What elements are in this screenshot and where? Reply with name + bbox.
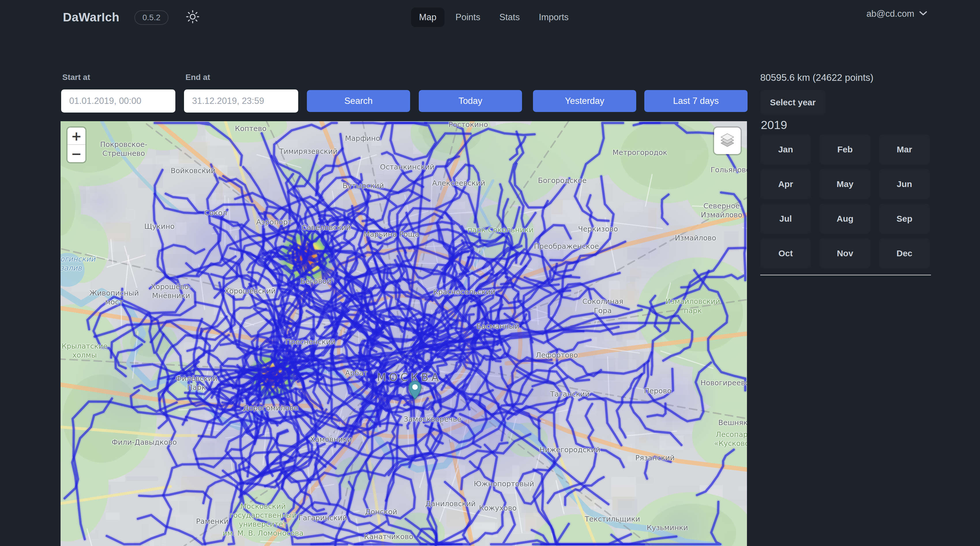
version-badge: 0.5.2 xyxy=(134,10,169,25)
map[interactable]: КоптевоТимирязевскийМарфиноОстанкинскийР… xyxy=(60,121,747,546)
today-button[interactable]: Today xyxy=(419,90,522,112)
end-at-label: End at xyxy=(185,73,210,82)
theme-toggle-button[interactable] xyxy=(185,9,201,26)
chevron-down-icon xyxy=(919,10,928,17)
app-logo: DaWarIch xyxy=(63,10,119,24)
distance-stats: 80595.6 km (24622 points) xyxy=(760,72,873,83)
map-marker[interactable] xyxy=(408,381,422,401)
month-button-dec[interactable]: Dec xyxy=(879,238,930,268)
last-7-days-button[interactable]: Last 7 days xyxy=(644,90,748,112)
nav-tab-imports[interactable]: Imports xyxy=(531,8,576,27)
month-button-jul[interactable]: Jul xyxy=(760,203,811,234)
month-button-nov[interactable]: Nov xyxy=(820,238,870,268)
months-grid: Jan Feb Mar Apr May Jun Jul Aug Sep Oct … xyxy=(760,134,930,268)
end-at-input[interactable] xyxy=(184,89,298,113)
user-menu[interactable]: ab@cd.com xyxy=(866,9,928,19)
start-at-input[interactable] xyxy=(61,89,175,113)
month-button-apr[interactable]: Apr xyxy=(760,169,811,199)
sun-icon xyxy=(186,10,200,25)
month-button-jan[interactable]: Jan xyxy=(760,134,811,164)
month-button-aug[interactable]: Aug xyxy=(820,203,870,234)
start-at-label: Start at xyxy=(62,73,90,82)
user-email: ab@cd.com xyxy=(866,9,914,19)
layers-control-button[interactable] xyxy=(714,128,741,154)
zoom-in-button[interactable]: + xyxy=(67,128,85,145)
layers-icon xyxy=(719,132,736,150)
month-button-oct[interactable]: Oct xyxy=(760,238,811,268)
month-button-jun[interactable]: Jun xyxy=(879,169,930,199)
nav-tab-points[interactable]: Points xyxy=(447,8,488,27)
dawarich-app: DaWarIch 0.5.2 Map Points Stats Imports … xyxy=(0,0,980,546)
select-year-button[interactable]: Select year xyxy=(760,90,826,115)
map-zoom-control: + − xyxy=(67,128,85,162)
nav-tab-stats[interactable]: Stats xyxy=(491,8,528,27)
year-heading: 2019 xyxy=(761,118,787,132)
sidebar-divider xyxy=(760,275,931,275)
zoom-out-button[interactable]: − xyxy=(67,145,85,162)
yesterday-button[interactable]: Yesterday xyxy=(533,90,636,112)
nav-tab-map[interactable]: Map xyxy=(411,8,444,27)
search-button[interactable]: Search xyxy=(307,90,410,112)
month-button-mar[interactable]: Mar xyxy=(879,134,930,164)
map-tiles xyxy=(60,121,747,546)
month-button-may[interactable]: May xyxy=(820,169,870,199)
month-button-sep[interactable]: Sep xyxy=(879,203,930,234)
month-button-feb[interactable]: Feb xyxy=(820,134,870,164)
main-nav: Map Points Stats Imports xyxy=(411,8,577,27)
